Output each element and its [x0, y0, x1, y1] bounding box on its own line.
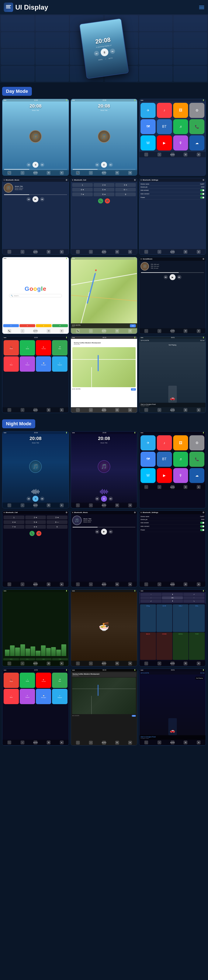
bottom-icon-1[interactable]: 📞: [76, 171, 80, 175]
auto-icon[interactable]: AUTO: [33, 408, 37, 412]
next-btn[interactable]: ⏭: [40, 162, 44, 167]
next-btn[interactable]: ⏭: [109, 162, 113, 167]
go-button[interactable]: GO: [130, 324, 136, 328]
auto-icon[interactable]: AUTO: [171, 408, 175, 412]
key-9[interactable]: 9: [47, 525, 68, 529]
waze-app[interactable]: W: [140, 468, 156, 483]
auto-answer-toggle[interactable]: [200, 189, 204, 191]
auto-icon[interactable]: AUTO: [171, 329, 175, 333]
func-btn-8[interactable]: PWR: [189, 632, 205, 660]
nav-icon[interactable]: ➤: [197, 250, 200, 254]
auto-connect-toggle[interactable]: [200, 525, 204, 527]
go-button[interactable]: GO: [131, 388, 136, 391]
photos-app[interactable]: 🖼: [173, 435, 188, 450]
music-icon[interactable]: ♪: [20, 250, 24, 254]
settings-icon[interactable]: ⚙: [184, 485, 188, 489]
drive-icon[interactable]: ▲: [36, 324, 52, 327]
func-btn-4[interactable]: VOL-: [189, 604, 205, 632]
settings-icon[interactable]: ⚙: [184, 662, 188, 665]
prev-btn[interactable]: ⏮: [95, 530, 99, 534]
phone-icon[interactable]: 📞: [144, 741, 148, 745]
prev-btn[interactable]: ⏮: [27, 197, 31, 201]
play-btn[interactable]: ▶: [170, 274, 175, 280]
music-icon[interactable]: ♪: [89, 329, 93, 333]
call-end-btn[interactable]: 📵: [36, 531, 41, 536]
key-6[interactable]: 6 —: [115, 188, 136, 192]
phone-icon[interactable]: 📞: [76, 741, 80, 745]
phone-icon[interactable]: 📞: [8, 250, 11, 254]
photos-app[interactable]: 🖼: [173, 103, 188, 118]
phone-icon[interactable]: 📞: [8, 503, 11, 507]
auto-icon[interactable]: AUTO: [102, 503, 106, 507]
music-icon[interactable]: ♪: [20, 408, 24, 412]
nav-btn-4[interactable]: ←: [140, 597, 162, 599]
bottom-icon-5[interactable]: ➤: [197, 153, 200, 156]
key-4[interactable]: 4 ➜: [72, 188, 93, 192]
music-icon[interactable]: ♪: [89, 503, 93, 507]
nav-icon[interactable]: ➤: [128, 329, 132, 333]
phone-icon[interactable]: 📞: [144, 329, 148, 333]
nav-icon[interactable]: ➤: [128, 250, 132, 254]
phone-carplay[interactable]: 📞Phone: [4, 340, 19, 355]
maps-app[interactable]: 🗺: [140, 452, 156, 467]
phone-icon[interactable]: 📞: [144, 662, 148, 665]
nav-btn-1[interactable]: ↑: [140, 593, 162, 596]
play-btn[interactable]: ▶: [33, 196, 38, 202]
spotify-carplay[interactable]: ♬Spotify: [20, 673, 35, 688]
messages-carplay[interactable]: 💬Messages: [36, 356, 51, 372]
nav-icon[interactable]: ➤: [197, 662, 200, 665]
music-app[interactable]: ♪: [157, 435, 172, 450]
podcast-app[interactable]: 🎙: [173, 135, 188, 151]
phone-icon[interactable]: 📞: [8, 329, 11, 333]
youtube-app[interactable]: ▶: [157, 468, 172, 483]
phone-icon[interactable]: 📞: [8, 662, 11, 665]
key-4[interactable]: 4 ➜: [4, 520, 24, 524]
phone-icon[interactable]: 📞: [144, 485, 148, 489]
nav-icon[interactable]: ➤: [128, 582, 132, 586]
nav-icon[interactable]: ➤: [60, 741, 64, 745]
key-2[interactable]: 2 ➜: [94, 183, 114, 187]
settings-icon[interactable]: ⚙: [47, 250, 50, 254]
key-5[interactable]: 5 ➜: [25, 520, 46, 524]
func-btn-2[interactable]: CH▼: [156, 604, 172, 632]
auto-icon[interactable]: AUTO: [102, 662, 106, 665]
settings-icon[interactable]: ⚙: [184, 741, 188, 745]
nav-btn-3[interactable]: ↗: [183, 593, 204, 596]
nav-icon[interactable]: ➤: [128, 408, 132, 412]
settings-icon[interactable]: ⚙: [184, 408, 188, 412]
auto-icon[interactable]: AUTO: [102, 329, 106, 333]
prev-btn[interactable]: ⏮: [27, 162, 31, 167]
key-7[interactable]: 7 ➜: [72, 192, 93, 196]
next-btn[interactable]: ⏭: [40, 496, 44, 501]
func-btn-3[interactable]: VOL+: [173, 604, 189, 632]
gmail-icon[interactable]: G: [19, 324, 35, 327]
next-btn[interactable]: ⏭: [109, 496, 113, 501]
youtube-carplay[interactable]: ▶YouTube: [36, 673, 51, 688]
key-1[interactable]: 1: [4, 515, 24, 519]
nav-icon[interactable]: ➤: [128, 741, 132, 745]
podcast-carplay[interactable]: 🎙Podcast: [20, 356, 35, 372]
nav-btn-6[interactable]: ↙: [140, 600, 162, 603]
play-btn[interactable]: ⏸: [33, 162, 38, 168]
phone-icon[interactable]: 📞: [76, 662, 80, 665]
music-icon[interactable]: ♪: [89, 741, 93, 745]
music-icon[interactable]: ♪: [89, 582, 93, 586]
nav-btn-5[interactable]: →: [183, 597, 204, 599]
phone-icon[interactable]: 📞: [8, 582, 11, 586]
bottom-icon-5[interactable]: ➤: [128, 171, 132, 175]
func-btn-5[interactable]: BACK: [140, 632, 156, 660]
key-2[interactable]: 2 ➜: [25, 515, 46, 519]
auto-connect-toggle[interactable]: [200, 193, 204, 195]
youtube-carplay[interactable]: ▶YouTube: [36, 340, 51, 355]
key-3[interactable]: 3 ➜: [115, 183, 136, 187]
bottom-icon-3[interactable]: AUTO: [102, 171, 106, 175]
flower-toggle[interactable]: [200, 529, 204, 531]
music-icon[interactable]: ♪: [20, 741, 24, 745]
auto-icon[interactable]: AUTO: [102, 582, 106, 586]
nav-icon[interactable]: ➤: [128, 662, 132, 665]
key-8[interactable]: 8 ➜: [25, 525, 46, 529]
settings-icon[interactable]: ⚙: [115, 329, 119, 333]
phone-app[interactable]: 📞: [189, 119, 204, 134]
settings-icon[interactable]: ⚙: [47, 582, 50, 586]
bottom-icon-4[interactable]: ⚙: [47, 171, 50, 175]
